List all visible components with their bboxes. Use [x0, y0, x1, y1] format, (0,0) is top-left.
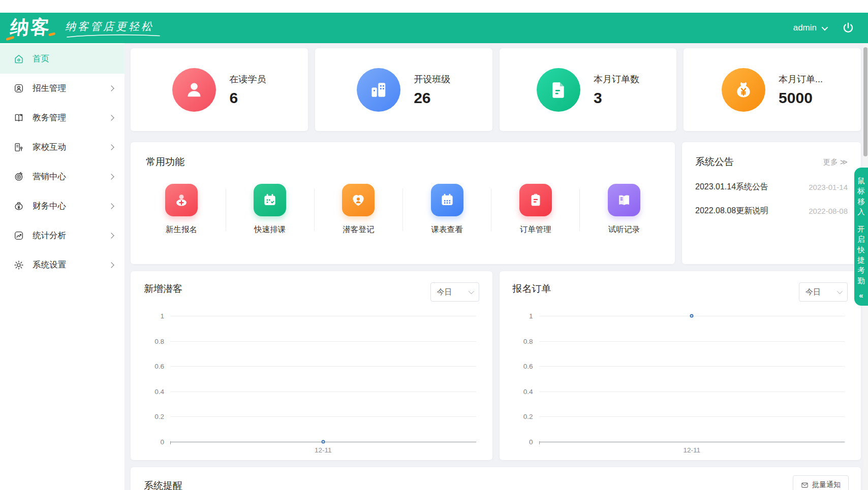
quick-item-fast-scheduling[interactable]: 快速排课	[234, 184, 305, 235]
divider	[226, 188, 226, 231]
scrollbar-thumb[interactable]	[863, 47, 867, 156]
enroll-orders-chart-card: 报名订单 今日 10.80.60.40.2012-11	[500, 271, 861, 460]
y-tick-label: 0.6	[523, 363, 533, 370]
notice-title: 系统公告	[695, 155, 734, 169]
stat-card-students: 在读学员 6	[131, 48, 308, 131]
chevron-down-icon	[837, 288, 843, 294]
y-tick-label: 0	[529, 438, 533, 446]
top-white-strip	[0, 0, 868, 13]
power-icon	[842, 21, 855, 35]
stat-value: 5000	[779, 89, 823, 107]
y-tick-label: 0	[160, 438, 164, 446]
notice-row[interactable]: 2023.01.14系统公告 2023-01-14	[695, 182, 848, 192]
divider	[314, 188, 315, 231]
sidebar-item-label: 家校互动	[33, 142, 66, 153]
quick-item-trial-records[interactable]: 试听记录	[588, 184, 660, 235]
academic-icon	[13, 112, 24, 123]
sidebar-item-label: 招生管理	[33, 83, 66, 94]
clipboard-icon	[519, 184, 552, 216]
sidebar-item-academic[interactable]: 教务管理	[0, 103, 125, 133]
settings-icon	[13, 259, 24, 271]
date-range-value: 今日	[437, 287, 452, 297]
x-tick-label: 12-11	[683, 446, 700, 454]
stat-label: 在读学员	[229, 73, 266, 85]
stat-value: 6	[229, 89, 266, 107]
quick-attendance-side-tab[interactable]: 鼠标移入 开启快捷考勤 «	[854, 168, 868, 306]
gridline	[170, 391, 476, 392]
chevron-right-icon	[108, 203, 114, 209]
date-range-value: 今日	[805, 287, 821, 297]
sidebar-item-home-school[interactable]: 家校互动	[0, 133, 125, 162]
y-tick-label: 0.4	[154, 387, 164, 395]
main-content: 在读学员 6 开设班级	[125, 43, 868, 490]
chart-title: 新增潜客	[144, 282, 182, 296]
sidebar-item-label: 系统设置	[33, 259, 66, 271]
quick-item-new-student[interactable]: 新生报名	[146, 184, 217, 235]
y-tick-label: 0.2	[523, 413, 533, 420]
chevron-right-icon	[108, 262, 114, 268]
sidebar-item-settings[interactable]: 系统设置	[0, 250, 125, 280]
y-tick-label: 0.2	[154, 413, 164, 420]
money-bag-icon	[722, 68, 765, 112]
user-menu[interactable]: admin	[793, 23, 826, 33]
y-tick-label: 1	[160, 312, 164, 320]
chevron-right-icon	[108, 115, 114, 120]
chart-plot-area: 10.80.60.40.2012-11	[539, 316, 845, 442]
sidebar-item-statistics[interactable]: 统计分析	[0, 221, 125, 250]
finance-icon	[13, 201, 24, 212]
stat-card-month-amount: 本月订单... 5000	[684, 48, 861, 131]
open-book-icon	[608, 184, 640, 216]
brand-logo-text: 纳客	[9, 17, 52, 38]
gridline	[539, 391, 845, 392]
notice-row[interactable]: 2022.08.08更新说明 2022-08-08	[695, 206, 848, 216]
chevron-right-icon	[108, 233, 114, 238]
sidebar-item-finance[interactable]: 财务中心	[0, 191, 125, 221]
side-tab-text: 开启快捷考勤	[857, 224, 865, 286]
date-range-select[interactable]: 今日	[430, 282, 479, 302]
side-tab-text: 鼠标移入	[857, 176, 865, 217]
y-tick-label: 1	[529, 312, 533, 320]
gridline	[170, 316, 476, 316]
data-point	[690, 314, 694, 318]
gridline	[539, 366, 845, 367]
sidebar-item-label: 首页	[33, 53, 49, 64]
batch-notify-button[interactable]: 批量通知	[793, 475, 849, 490]
new-student-icon	[165, 184, 198, 216]
stat-card-month-orders: 本月订单数 3	[500, 48, 677, 131]
statistics-icon	[13, 230, 24, 241]
sidebar-item-admissions[interactable]: 招生管理	[0, 74, 125, 103]
quick-item-timetable[interactable]: 课表查看	[412, 184, 483, 235]
home-school-icon	[13, 142, 24, 153]
date-range-select[interactable]: 今日	[799, 282, 848, 302]
axis-tick	[170, 441, 171, 444]
quick-item-label: 课表查看	[431, 224, 463, 235]
batch-notify-label: 批量通知	[812, 480, 841, 489]
quick-item-label: 试听记录	[608, 224, 640, 235]
quick-item-prospect-register[interactable]: 潜客登记	[323, 184, 394, 235]
sidebar-item-label: 财务中心	[33, 201, 66, 212]
stat-value: 3	[594, 89, 639, 107]
stat-label: 本月订单...	[779, 73, 823, 85]
home-icon	[13, 53, 24, 64]
chevron-right-icon	[108, 174, 114, 179]
notice-item-date: 2022-08-08	[809, 207, 848, 215]
sidebar-item-marketing[interactable]: 营销中心	[0, 162, 125, 191]
sidebar-item-home[interactable]: 首页	[0, 44, 125, 74]
axis-tick	[539, 441, 540, 444]
notice-item-title: 2022.08.08更新说明	[695, 206, 768, 216]
quick-items: 新生报名	[146, 184, 660, 235]
chevron-down-icon	[822, 24, 828, 30]
quick-item-order-management[interactable]: 订单管理	[500, 184, 571, 235]
y-tick-label: 0.4	[523, 387, 533, 395]
calendar-icon	[431, 184, 463, 216]
notice-more-link[interactable]: 更多 ≫	[823, 157, 848, 167]
quick-item-label: 快速排课	[254, 224, 286, 235]
quick-item-label: 订单管理	[520, 224, 551, 235]
gridline	[170, 416, 476, 417]
student-icon	[172, 68, 216, 112]
system-reminder-panel: 系统提醒 批量通知	[131, 467, 861, 490]
quick-item-label: 新生报名	[166, 224, 197, 235]
order-doc-icon	[537, 68, 580, 112]
tagline-underline-swoosh	[65, 34, 162, 39]
logout-button[interactable]	[842, 21, 855, 35]
